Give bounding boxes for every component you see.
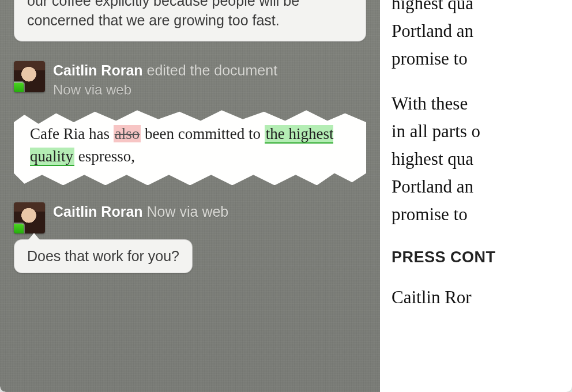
edit-event-text: Caitlin Roran edited the document Now vi…: [53, 61, 277, 99]
document-view[interactable]: highest qua Portland an promise to With …: [380, 0, 572, 382]
avatar[interactable]: [14, 202, 45, 233]
doc-line: promise to: [392, 204, 468, 224]
presence-indicator-online: [14, 224, 24, 233]
chat-message-text: Does that work for you?: [27, 248, 179, 264]
document-paragraph: highest qua Portland an promise to: [392, 0, 572, 73]
edit-event-header: Caitlin Roran edited the document Now vi…: [14, 61, 366, 99]
diff-snippet[interactable]: Cafe Ria has also been committed to the …: [14, 110, 366, 185]
event-meta: Now via web: [53, 81, 277, 99]
reply-event-header: Caitlin Roran Now via web: [14, 202, 366, 233]
document-paragraph: Caitlin Ror: [392, 284, 572, 311]
presence-indicator-online: [14, 82, 24, 92]
event-meta-inline: Now via web: [147, 203, 229, 220]
doc-line: With these: [392, 93, 468, 114]
author-name: Caitlin Roran: [53, 62, 143, 78]
doc-line: highest qua: [392, 0, 473, 13]
edit-action-text: edited the document: [147, 62, 278, 78]
diff-snippet-container: Cafe Ria has also been committed to the …: [14, 110, 366, 185]
activity-sidebar: our coffee explicitly because people wil…: [0, 0, 380, 392]
chat-message-previous[interactable]: our coffee explicitly because people wil…: [14, 0, 366, 42]
avatar[interactable]: [14, 61, 45, 92]
doc-line: highest qua: [392, 149, 473, 169]
author-name: Caitlin Roran: [53, 203, 143, 220]
document-paragraph: With these in all parts o highest qua Po…: [392, 90, 572, 228]
diff-mid: been committed to: [141, 125, 264, 142]
doc-line: promise to: [392, 48, 468, 69]
doc-line: Portland an: [392, 21, 473, 41]
diff-suffix: espresso,: [74, 148, 135, 165]
document-heading: PRESS CONT: [392, 246, 572, 270]
chat-message-reply[interactable]: Does that work for you?: [14, 239, 193, 273]
reply-event-text: Caitlin Roran Now via web: [53, 202, 228, 221]
diff-prefix: Cafe Ria has: [30, 125, 114, 142]
chat-message-text: our coffee explicitly because people wil…: [27, 0, 299, 28]
diff-deleted-text: also: [114, 125, 141, 142]
doc-line: Portland an: [392, 176, 473, 197]
app-window: our coffee explicitly because people wil…: [0, 0, 572, 392]
doc-line: in all parts o: [392, 121, 480, 141]
doc-line: Caitlin Ror: [392, 287, 472, 307]
